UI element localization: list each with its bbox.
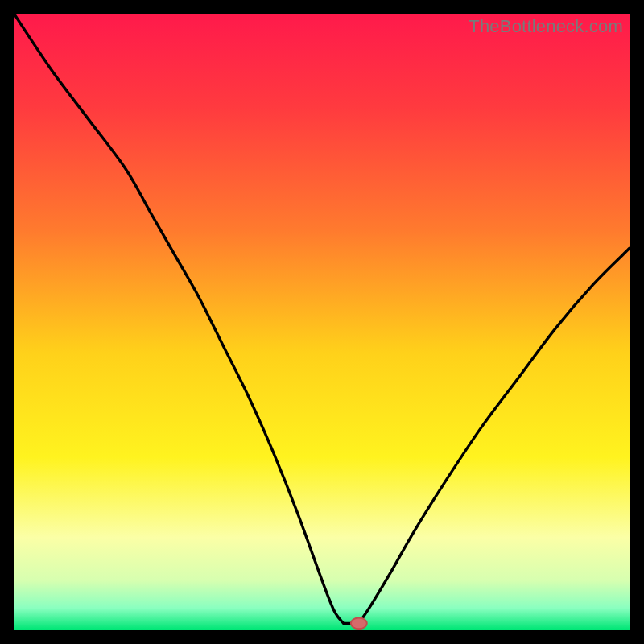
chart-frame: TheBottleneck.com	[0, 0, 644, 644]
svg-point-1	[351, 617, 367, 629]
plot-area: TheBottleneck.com	[14, 14, 630, 630]
watermark: TheBottleneck.com	[469, 16, 623, 37]
bottleneck-curve	[14, 14, 630, 630]
